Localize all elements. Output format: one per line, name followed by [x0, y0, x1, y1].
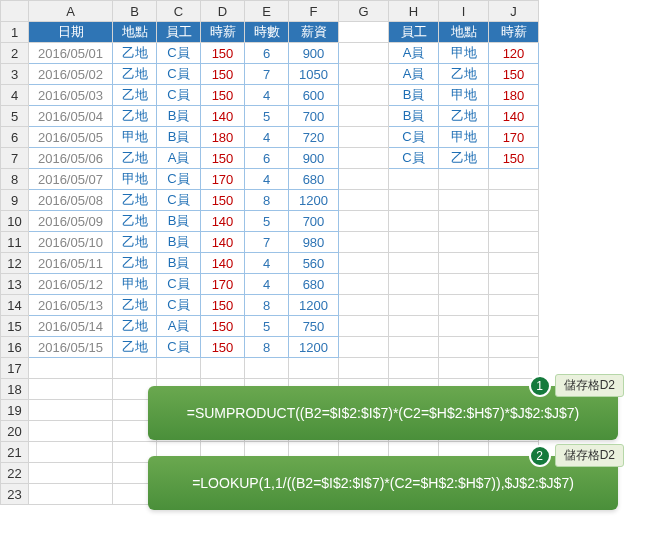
cell-B7[interactable]: 乙地 — [113, 148, 157, 169]
cell-E13[interactable]: 4 — [245, 274, 289, 295]
cell-G6[interactable] — [339, 127, 389, 148]
cell-D14[interactable]: 150 — [201, 295, 245, 316]
cell-J13[interactable] — [489, 274, 539, 295]
cell-B9[interactable]: 乙地 — [113, 190, 157, 211]
cell-J1[interactable]: 時薪 — [489, 22, 539, 43]
cell-H3[interactable]: A員 — [389, 64, 439, 85]
cell-G17[interactable] — [339, 358, 389, 379]
cell-H7[interactable]: C員 — [389, 148, 439, 169]
cell-G8[interactable] — [339, 169, 389, 190]
cell-F13[interactable]: 680 — [289, 274, 339, 295]
cell-B11[interactable]: 乙地 — [113, 232, 157, 253]
cell-J8[interactable] — [489, 169, 539, 190]
cell-E10[interactable]: 5 — [245, 211, 289, 232]
cell-E8[interactable]: 4 — [245, 169, 289, 190]
cell-J2[interactable]: 120 — [489, 43, 539, 64]
cell-I3[interactable]: 乙地 — [439, 64, 489, 85]
cell-I15[interactable] — [439, 316, 489, 337]
row-header-22[interactable]: 22 — [1, 463, 29, 484]
cell-A4[interactable]: 2016/05/03 — [29, 85, 113, 106]
row-header-16[interactable]: 16 — [1, 337, 29, 358]
cell-B15[interactable]: 乙地 — [113, 316, 157, 337]
cell-H12[interactable] — [389, 253, 439, 274]
cell-C6[interactable]: B員 — [157, 127, 201, 148]
cell-C2[interactable]: C員 — [157, 43, 201, 64]
cell-J6[interactable]: 170 — [489, 127, 539, 148]
cell-E12[interactable]: 4 — [245, 253, 289, 274]
cell-H1[interactable]: 員工 — [389, 22, 439, 43]
cell-D12[interactable]: 140 — [201, 253, 245, 274]
cell-I14[interactable] — [439, 295, 489, 316]
cell-G5[interactable] — [339, 106, 389, 127]
cell-C7[interactable]: A員 — [157, 148, 201, 169]
cell-D3[interactable]: 150 — [201, 64, 245, 85]
cell-A20[interactable] — [29, 421, 113, 442]
cell-E1[interactable]: 時數 — [245, 22, 289, 43]
row-header-1[interactable]: 1 — [1, 22, 29, 43]
cell-I4[interactable]: 甲地 — [439, 85, 489, 106]
cell-G9[interactable] — [339, 190, 389, 211]
cell-I12[interactable] — [439, 253, 489, 274]
cell-F15[interactable]: 750 — [289, 316, 339, 337]
cell-B1[interactable]: 地點 — [113, 22, 157, 43]
cell-H13[interactable] — [389, 274, 439, 295]
cell-F14[interactable]: 1200 — [289, 295, 339, 316]
cell-F17[interactable] — [289, 358, 339, 379]
cell-H2[interactable]: A員 — [389, 43, 439, 64]
cell-B8[interactable]: 甲地 — [113, 169, 157, 190]
cell-C11[interactable]: B員 — [157, 232, 201, 253]
row-header-12[interactable]: 12 — [1, 253, 29, 274]
row-header-5[interactable]: 5 — [1, 106, 29, 127]
column-header-F[interactable]: F — [289, 1, 339, 22]
cell-E16[interactable]: 8 — [245, 337, 289, 358]
cell-A7[interactable]: 2016/05/06 — [29, 148, 113, 169]
cell-A12[interactable]: 2016/05/11 — [29, 253, 113, 274]
cell-A16[interactable]: 2016/05/15 — [29, 337, 113, 358]
row-header-19[interactable]: 19 — [1, 400, 29, 421]
cell-B2[interactable]: 乙地 — [113, 43, 157, 64]
cell-D10[interactable]: 140 — [201, 211, 245, 232]
cell-J5[interactable]: 140 — [489, 106, 539, 127]
cell-I10[interactable] — [439, 211, 489, 232]
cell-A11[interactable]: 2016/05/10 — [29, 232, 113, 253]
row-header-10[interactable]: 10 — [1, 211, 29, 232]
row-header-9[interactable]: 9 — [1, 190, 29, 211]
row-header-8[interactable]: 8 — [1, 169, 29, 190]
column-header-H[interactable]: H — [389, 1, 439, 22]
cell-I16[interactable] — [439, 337, 489, 358]
cell-H17[interactable] — [389, 358, 439, 379]
cell-E6[interactable]: 4 — [245, 127, 289, 148]
cell-B6[interactable]: 甲地 — [113, 127, 157, 148]
cell-A17[interactable] — [29, 358, 113, 379]
cell-C5[interactable]: B員 — [157, 106, 201, 127]
cell-E4[interactable]: 4 — [245, 85, 289, 106]
column-header-D[interactable]: D — [201, 1, 245, 22]
cell-G15[interactable] — [339, 316, 389, 337]
cell-I9[interactable] — [439, 190, 489, 211]
cell-I1[interactable]: 地點 — [439, 22, 489, 43]
cell-D15[interactable]: 150 — [201, 316, 245, 337]
cell-G2[interactable] — [339, 43, 389, 64]
row-header-7[interactable]: 7 — [1, 148, 29, 169]
cell-E7[interactable]: 6 — [245, 148, 289, 169]
cell-G1[interactable] — [339, 22, 389, 43]
cell-A2[interactable]: 2016/05/01 — [29, 43, 113, 64]
cell-E11[interactable]: 7 — [245, 232, 289, 253]
corner-cell[interactable] — [1, 1, 29, 22]
cell-D6[interactable]: 180 — [201, 127, 245, 148]
cell-B17[interactable] — [113, 358, 157, 379]
cell-B3[interactable]: 乙地 — [113, 64, 157, 85]
cell-A23[interactable] — [29, 484, 113, 505]
cell-C3[interactable]: C員 — [157, 64, 201, 85]
cell-C8[interactable]: C員 — [157, 169, 201, 190]
cell-A10[interactable]: 2016/05/09 — [29, 211, 113, 232]
cell-H9[interactable] — [389, 190, 439, 211]
cell-E3[interactable]: 7 — [245, 64, 289, 85]
cell-J4[interactable]: 180 — [489, 85, 539, 106]
cell-D5[interactable]: 140 — [201, 106, 245, 127]
cell-B10[interactable]: 乙地 — [113, 211, 157, 232]
cell-I13[interactable] — [439, 274, 489, 295]
cell-J12[interactable] — [489, 253, 539, 274]
cell-H15[interactable] — [389, 316, 439, 337]
cell-A19[interactable] — [29, 400, 113, 421]
